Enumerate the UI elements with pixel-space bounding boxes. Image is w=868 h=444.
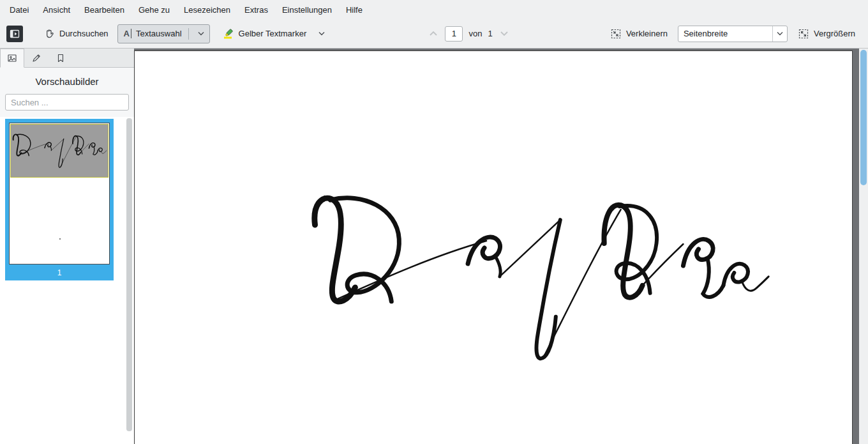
menu-gehe-zu[interactable]: Gehe zu — [131, 2, 177, 18]
zoom-mode-combobox[interactable]: Seitenbreite — [678, 26, 788, 42]
text-cursor-icon: A — [124, 29, 131, 38]
browse-tool-button[interactable]: Durchsuchen — [37, 24, 115, 43]
highlighter-tool-button[interactable]: Gelber Textmarker — [216, 24, 334, 43]
sidebar-scrollbar[interactable] — [126, 118, 132, 434]
document-page[interactable] — [134, 50, 853, 444]
panel-toggle-icon — [9, 28, 20, 40]
thumbnail-page-label: 1 — [9, 264, 110, 280]
document-viewport — [134, 49, 868, 444]
thumbnail-handwriting — [11, 125, 108, 177]
menu-bar: Datei Ansicht Bearbeiten Gehe zu Lesezei… — [0, 0, 868, 19]
menu-extras[interactable]: Extras — [237, 2, 275, 18]
enlarge-selection-icon — [798, 28, 809, 40]
browse-tool-label: Durchsuchen — [59, 29, 108, 38]
hand-icon — [43, 28, 55, 40]
menu-lesezeichen[interactable]: Lesezeichen — [177, 2, 237, 18]
page-of-label: von — [468, 29, 482, 38]
thumbnail-content-dot — [59, 238, 61, 240]
page-total-label: 1 — [488, 29, 492, 38]
chevron-down-icon[interactable] — [316, 28, 327, 40]
sidebar-toggle-button[interactable] — [6, 26, 23, 42]
thumbnail-list: 1 — [0, 117, 134, 444]
thumbnail-page-1[interactable]: 1 — [5, 119, 114, 280]
thumbnail-page-image — [9, 123, 110, 264]
main-toolbar: Durchsuchen A Textauswahl Gelber Textmar… — [0, 19, 868, 49]
vertical-scrollbar-thumb[interactable] — [860, 50, 867, 185]
menu-bearbeiten[interactable]: Bearbeiten — [77, 2, 131, 18]
highlighter-icon — [223, 28, 234, 40]
zoom-out-label: Verkleinern — [626, 29, 668, 38]
tab-thumbnails[interactable] — [0, 49, 24, 68]
shrink-selection-icon — [610, 28, 622, 40]
thumbnails-icon — [6, 52, 18, 64]
tab-annotations[interactable] — [24, 49, 49, 67]
bookmark-icon — [55, 52, 66, 64]
text-select-tool-label: Textauswahl — [136, 29, 182, 38]
text-select-tool-button[interactable]: A Textauswahl — [117, 24, 210, 43]
chevron-down-icon[interactable] — [773, 31, 787, 36]
sidebar-panel-title: Vorschaubilder — [0, 68, 134, 93]
page-navigation: von 1 — [428, 26, 509, 42]
button-separator — [188, 28, 189, 40]
menu-datei[interactable]: Datei — [3, 2, 36, 18]
tab-bookmarks[interactable] — [49, 49, 73, 67]
zoom-in-button[interactable]: Vergrößern — [791, 24, 862, 43]
zoom-mode-value: Seitenbreite — [678, 29, 772, 38]
chevron-down-icon[interactable] — [195, 28, 207, 40]
thumbnail-visible-region[interactable] — [10, 124, 108, 178]
page-number-input[interactable] — [445, 26, 463, 42]
sidebar: Vorschaubilder 1 — [0, 49, 134, 444]
previous-page-chevron-icon[interactable] — [428, 28, 439, 40]
annotations-pen-icon — [31, 52, 42, 64]
menu-hilfe[interactable]: Hilfe — [339, 2, 370, 18]
page-handwriting — [135, 51, 852, 441]
menu-ansicht[interactable]: Ansicht — [36, 2, 77, 18]
vertical-scrollbar[interactable] — [859, 49, 868, 444]
next-page-chevron-icon[interactable] — [498, 28, 510, 40]
zoom-controls: Verkleinern Seitenbreite Vergrößern — [604, 24, 862, 43]
thumbnail-search-input[interactable] — [5, 94, 129, 111]
zoom-in-label: Vergrößern — [814, 29, 855, 38]
zoom-out-button[interactable]: Verkleinern — [604, 24, 674, 43]
sidebar-tab-bar — [0, 49, 134, 68]
menu-einstellungen[interactable]: Einstellungen — [275, 2, 339, 18]
highlighter-tool-label: Gelber Textmarker — [239, 29, 307, 38]
sidebar-scrollbar-thumb[interactable] — [126, 118, 132, 431]
